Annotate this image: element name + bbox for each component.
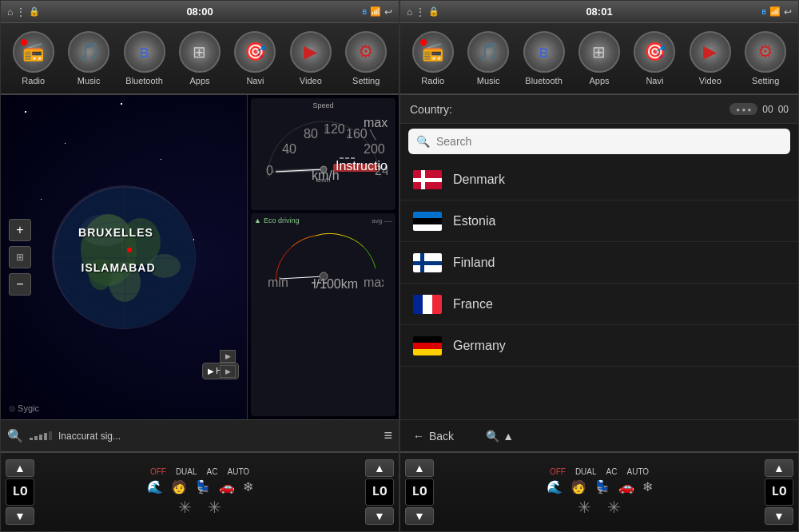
r-home-icon[interactable]: ⌂ — [407, 6, 412, 18]
r-navi-label: Navi — [646, 76, 663, 85]
country-item-france[interactable]: France — [400, 284, 798, 325]
search-icon[interactable]: 🔍 — [7, 428, 23, 443]
r-back-icon[interactable]: ↩ — [784, 6, 792, 18]
left-temp-down[interactable]: ▼ — [6, 507, 34, 525]
right-status-left-icons: ⌂ ⋮ 🔒 — [407, 6, 439, 18]
seat-heat-icon[interactable]: 🧑 — [171, 479, 187, 494]
left-status-icons: ⌂ ⋮ 🔒 — [7, 6, 40, 18]
video-icon-wrap: ▶ — [290, 31, 332, 73]
bt-icon-wrap: ʙ — [124, 31, 165, 73]
rear-heat-icon[interactable]: 🚗 — [219, 479, 235, 494]
music-label: Music — [78, 76, 101, 85]
right-status-icons: ʙ 📶 ↩ — [362, 6, 392, 18]
r-right-temp-down[interactable]: ▼ — [765, 507, 793, 525]
bluetooth-status-icon: ʙ — [362, 6, 367, 17]
r-nav-item-setting[interactable]: ⚙ Setting — [744, 31, 788, 85]
svg-rect-53 — [413, 295, 423, 314]
svg-text:120: 120 — [324, 122, 345, 136]
map-controls: + ⊞ − — [9, 219, 31, 296]
r-left-temp-up[interactable]: ▲ — [405, 459, 434, 477]
country-item-finland[interactable]: Finland — [400, 242, 798, 284]
r-ac-icon[interactable]: ❄ — [642, 479, 653, 494]
flag-estonia — [413, 212, 442, 231]
nav-item-radio[interactable]: 📻 Radio — [11, 31, 55, 85]
country-name-finland: Finland — [453, 256, 495, 270]
nav-item-apps[interactable]: ⊞ Apps — [177, 31, 221, 85]
ac-icon[interactable]: ❄ — [243, 479, 253, 494]
sort-search-button[interactable]: 🔍 ▲ — [486, 430, 514, 443]
apps-icon: ⊞ — [193, 42, 206, 62]
eco-gauge-area: ▲ Eco driving avg ---- — [251, 213, 396, 416]
germany-flag-svg — [413, 336, 442, 355]
sygic-logo: ⊙ Sygic — [9, 403, 39, 413]
seat-cool-icon[interactable]: 💺 — [195, 479, 211, 494]
country-label: Country: — [410, 103, 452, 116]
svg-rect-57 — [413, 343, 442, 349]
r-climate-icons-row: 🌊 🧑 💺 🚗 ❄ — [547, 479, 653, 494]
city-bruxelles-label: BRUXELLES — [78, 226, 153, 239]
r-seat-cool-icon[interactable]: 💺 — [594, 479, 610, 494]
left-nav-bar: 📻 Radio 🎵 Music ʙ Bluetooth ⊞ Apps 🎯 — [1, 23, 399, 95]
map-area: BRUXELLES ISLAMABAD ⊙ Sygic + ⊞ − ▶ HUD — [1, 95, 399, 419]
country-list: Denmark Estonia — [400, 159, 798, 419]
defrost-icon[interactable]: 🌊 — [147, 479, 163, 494]
zoom-in-button[interactable]: + — [9, 219, 31, 241]
right-temp-display: LO — [365, 478, 394, 506]
scroll-down-button[interactable]: ▶ — [220, 365, 236, 378]
sig-bar-1 — [30, 438, 33, 440]
country-item-denmark[interactable]: Denmark — [400, 159, 798, 200]
navi-icon: 🎯 — [244, 42, 266, 62]
right-temp-up[interactable]: ▲ — [365, 459, 394, 477]
r-nav-item-navi[interactable]: 🎯 Navi — [633, 31, 677, 85]
signal-bars — [30, 431, 52, 440]
r-left-temp-down[interactable]: ▼ — [405, 507, 434, 525]
map-left-section: BRUXELLES ISLAMABAD ⊙ Sygic + ⊞ − ▶ HUD — [1, 95, 247, 419]
r-nav-item-radio[interactable]: 📻 Radio — [411, 31, 455, 85]
svg-rect-47 — [413, 212, 442, 218]
sig-bar-2 — [34, 436, 38, 440]
navi-icon-wrap: 🎯 — [234, 31, 276, 73]
r-nav-item-music[interactable]: 🎵 Music — [467, 31, 511, 85]
menu-icon[interactable]: ≡ — [384, 427, 392, 444]
header-num1: 00 — [762, 104, 773, 115]
left-temp-display: LO — [6, 478, 34, 506]
r-nav-item-apps[interactable]: ⊞ Apps — [577, 31, 621, 85]
nav-item-music[interactable]: 🎵 Music — [67, 31, 111, 85]
nav-item-navi[interactable]: 🎯 Navi — [233, 31, 277, 85]
left-temp-up[interactable]: ▲ — [6, 459, 34, 477]
svg-rect-55 — [432, 295, 442, 314]
right-panel: ⌂ ⋮ 🔒 08:01 ʙ 📶 ↩ 📻 Radio 🎵 Music — [400, 0, 799, 532]
nav-item-bluetooth[interactable]: ʙ Bluetooth — [122, 31, 166, 85]
back-arrow-icon: ← — [413, 430, 424, 443]
right-nav-bar: 📻 Radio 🎵 Music ʙ Bluetooth ⊞ Apps 🎯 — [400, 23, 798, 95]
r-rear-heat-icon[interactable]: 🚗 — [618, 479, 634, 494]
r-left-temp-display: LO — [405, 478, 434, 506]
r-right-temp-up[interactable]: ▲ — [765, 459, 793, 477]
denmark-flag-svg — [413, 170, 442, 189]
country-item-germany[interactable]: Germany — [400, 325, 798, 367]
r-dots-icon[interactable]: ⋮ — [415, 6, 425, 18]
grid-view-button[interactable]: ⊞ — [9, 246, 31, 268]
flag-denmark — [413, 170, 442, 189]
svg-text:80: 80 — [304, 127, 318, 141]
r-nav-item-video[interactable]: ▶ Video — [688, 31, 732, 85]
r-navi-icon: 🎯 — [644, 42, 666, 62]
r-seat-heat-icon[interactable]: 🧑 — [570, 479, 586, 494]
scroll-up-button[interactable]: ▶ — [220, 350, 236, 363]
nav-item-video[interactable]: ▶ Video — [288, 31, 332, 85]
r-nav-item-bluetooth[interactable]: ʙ Bluetooth — [522, 31, 566, 85]
r-defrost-icon[interactable]: 🌊 — [547, 479, 562, 494]
search-input[interactable] — [436, 135, 782, 148]
right-temp-down[interactable]: ▼ — [365, 507, 394, 525]
search-input-wrap[interactable]: 🔍 — [408, 129, 790, 154]
back-button[interactable]: ← Back — [413, 430, 454, 443]
radio-red-dot — [21, 39, 27, 46]
svg-text:Instruction: Instruction — [336, 159, 388, 173]
country-item-estonia[interactable]: Estonia — [400, 200, 798, 242]
dots-icon[interactable]: ⋮ — [16, 6, 26, 18]
back-icon[interactable]: ↩ — [384, 6, 392, 18]
signal-bars-container — [30, 431, 52, 440]
nav-item-setting[interactable]: ⚙ Setting — [344, 31, 388, 85]
home-icon[interactable]: ⌂ — [7, 6, 13, 18]
zoom-out-button[interactable]: − — [9, 273, 31, 296]
